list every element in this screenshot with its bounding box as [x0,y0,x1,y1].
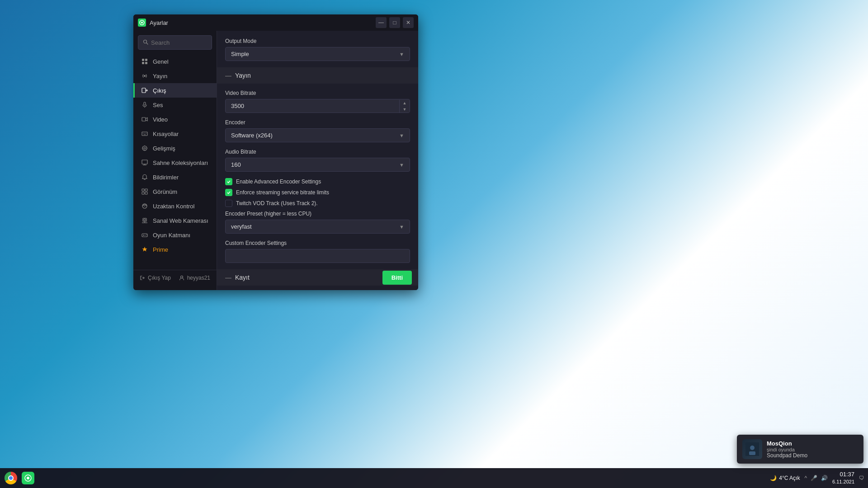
output-mode-value: Simple [231,51,249,57]
sidebar-label-video: Video [153,116,168,123]
sidebar-item-kisayollar[interactable]: Kısayollar [133,127,217,141]
sidebar-item-genel[interactable]: Genel [133,54,217,69]
audio-bitrate-value: 160 [231,161,241,168]
prime-icon [141,246,148,253]
enforce-bitrate-checkbox[interactable] [225,189,232,196]
advanced-encoder-label: Enable Advanced Encoder Settings [236,178,321,185]
bitrate-increase-button[interactable]: ▲ [400,100,410,106]
svg-point-41 [145,235,146,236]
logout-icon [140,275,145,281]
svg-rect-11 [144,102,146,105]
svg-rect-6 [142,62,144,64]
sidebar-item-prime[interactable]: Prime [133,242,217,257]
svg-rect-5 [145,59,147,61]
sidebar-item-oyun[interactable]: Oyun Katmanı [133,228,217,242]
user-icon [179,275,184,281]
output-mode-label: Output Mode [225,38,410,44]
twitch-vod-checkbox-row[interactable]: Twitch VOD Track (Uses Track 2). [225,200,410,207]
svg-point-35 [144,219,146,221]
yayin-section-header: — Yayın [217,67,418,84]
temperature-label: 4°C Açık [779,475,800,481]
svg-rect-29 [145,189,147,191]
app-window: Ayarlar — □ ✕ [133,14,418,290]
sidebar-item-bildirimler[interactable]: Bildirimler [133,170,217,184]
advanced-encoder-checkbox[interactable] [225,178,232,185]
encoder-label: Encoder [225,119,410,126]
chevron-down-icon: ▼ [399,52,404,57]
notification-popup: MosQion şindi oyunda Soundpad Demo [737,435,863,464]
sidebar-item-video[interactable]: Video [133,112,217,127]
obs-taskbar-icon[interactable] [21,471,35,485]
svg-rect-25 [142,160,147,164]
video-bitrate-input[interactable]: ▲ ▼ [225,99,410,113]
output-mode-select[interactable]: Simple ▼ [225,47,410,61]
chrome-taskbar-icon[interactable] [4,471,18,485]
expand-tray-icon[interactable]: ^ [804,475,807,481]
sidebar: Genel Yayın [133,31,217,290]
sidebar-item-yayin[interactable]: Yayın [133,69,217,83]
sidebar-item-uzaktan[interactable]: Uzaktan Kontrol [133,199,217,213]
sidebar-item-cikis[interactable]: Çıkış [133,83,217,98]
sidebar-item-gorunum[interactable]: Görünüm [133,184,217,199]
yayin-collapse-button[interactable]: — [225,72,231,79]
webcam-icon [141,217,148,224]
svg-rect-30 [142,192,144,194]
taskbar-apps [4,471,35,485]
svg-rect-4 [142,59,144,61]
sidebar-footer: Çıkış Yap heyyas21 [133,270,217,286]
search-box[interactable] [138,35,212,50]
logout-button[interactable]: Çıkış Yap [140,275,171,281]
minimize-button[interactable]: — [376,17,387,28]
sidebar-item-sahne[interactable]: Sahne Koleksiyonları [133,155,217,170]
notification-description: Soundpad Demo [767,452,807,459]
done-button[interactable]: Bitti [382,271,412,285]
advanced-encoder-checkbox-row[interactable]: Enable Advanced Encoder Settings [225,178,410,185]
svg-point-19 [142,146,147,150]
sidebar-label-genel: Genel [153,58,169,65]
svg-point-49 [27,477,29,479]
twitch-vod-label: Twitch VOD Track (Uses Track 2). [236,200,318,206]
video-bitrate-label: Video Bitrate [225,90,410,96]
sidebar-label-kisayollar: Kısayollar [153,131,179,137]
user-profile[interactable]: heyyas21 [179,275,210,281]
system-clock: 01:37 6.11.2021 [832,471,854,485]
yayin-section-title: Yayın [235,72,251,79]
audio-bitrate-select[interactable]: 160 ▼ [225,158,410,172]
sidebar-label-sahne: Sahne Koleksiyonları [153,160,208,166]
svg-rect-47 [749,451,755,455]
clock-date: 6.11.2021 [832,479,854,485]
sidebar-label-bildirimler: Bildirimler [153,174,179,181]
search-input[interactable] [151,39,207,46]
sidebar-label-cikis: Çıkış [153,87,166,94]
yayin-section-body: Video Bitrate ▲ ▼ Encoder Software (x264… [225,90,410,269]
svg-rect-14 [142,132,147,136]
sidebar-label-prime: Prime [153,246,168,253]
search-icon [143,38,148,47]
notification-avatar-image [742,439,762,459]
kayit-collapse-button[interactable]: — [225,274,231,281]
appearance-icon [141,188,148,195]
encoder-preset-select[interactable]: veryfast ▼ [225,220,410,234]
enforce-bitrate-checkbox-row[interactable]: Enforce streaming service bitrate limits [225,189,410,196]
notifications-taskbar-icon[interactable]: 🗨 [859,475,864,481]
sidebar-item-gelismis[interactable]: Gelişmiş [133,141,217,155]
remote-icon [141,202,148,210]
notification-content: MosQion şindi oyunda Soundpad Demo [767,440,807,459]
video-bitrate-spinners: ▲ ▼ [399,100,410,113]
encoder-select[interactable]: Software (x264) ▼ [225,128,410,142]
sidebar-label-oyun: Oyun Katmanı [153,232,190,239]
svg-line-3 [146,43,148,45]
keyboard-icon [141,130,148,137]
bitrate-decrease-button[interactable]: ▼ [400,106,410,113]
microphone-icon: 🎤 [811,475,817,481]
custom-encoder-input[interactable] [225,249,410,263]
twitch-vod-checkbox[interactable] [225,200,232,207]
svg-point-44 [180,276,183,278]
sidebar-item-ses[interactable]: Ses [133,98,217,112]
main-content: Output Mode Simple ▼ — Yayın Video Bitra… [217,31,418,290]
sidebar-item-sanal[interactable]: Sanal Web Kamerası [133,213,217,228]
maximize-button[interactable]: □ [389,17,400,28]
window-controls: — □ ✕ [376,17,414,28]
video-bitrate-field[interactable] [226,99,399,113]
close-button[interactable]: ✕ [403,17,414,28]
